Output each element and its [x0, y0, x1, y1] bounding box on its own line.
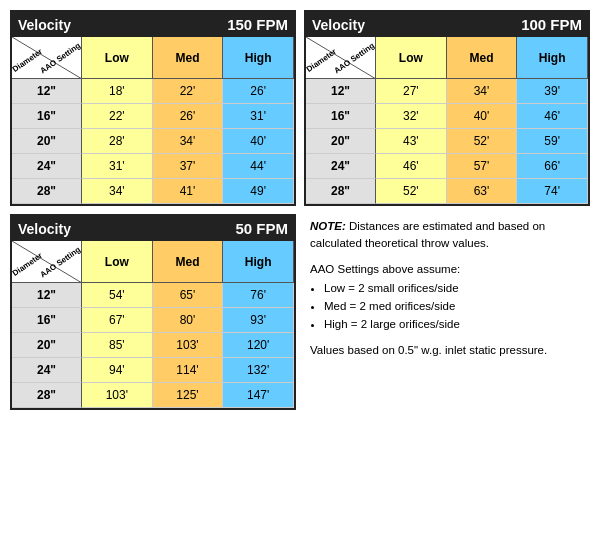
- row1-high-100: 46': [517, 104, 588, 129]
- velocity-label-100: Velocity: [312, 17, 365, 33]
- row1-low-100: 32': [376, 104, 447, 129]
- row4-med-100: 63': [447, 179, 518, 204]
- row4-high-100: 74': [517, 179, 588, 204]
- row2-low-150: 28': [82, 129, 153, 154]
- table-150fpm-grid: Diameter AAO Setting Low Med High 12" 18…: [12, 37, 294, 204]
- col-high-150: High: [223, 37, 294, 79]
- velocity-label-150: Velocity: [18, 17, 71, 33]
- row4-diam-50: 28": [12, 383, 82, 408]
- row3-diam-50: 24": [12, 358, 82, 383]
- row4-med-150: 41': [153, 179, 224, 204]
- row2-high-50: 120': [223, 333, 294, 358]
- row0-med-150: 22': [153, 79, 224, 104]
- row2-diam-150: 20": [12, 129, 82, 154]
- row4-diam-100: 28": [306, 179, 376, 204]
- row2-low-50: 85': [82, 333, 153, 358]
- fpm-label-100: 100 FPM: [521, 16, 582, 33]
- bullet-high: High = 2 large orifices/side: [324, 316, 584, 333]
- row0-med-100: 34': [447, 79, 518, 104]
- row3-med-100: 57': [447, 154, 518, 179]
- row4-med-50: 125': [153, 383, 224, 408]
- row1-diam-100: 16": [306, 104, 376, 129]
- row2-diam-100: 20": [306, 129, 376, 154]
- row1-med-50: 80': [153, 308, 224, 333]
- row3-diam-100: 24": [306, 154, 376, 179]
- row3-low-100: 46': [376, 154, 447, 179]
- row0-high-50: 76': [223, 283, 294, 308]
- row4-low-100: 52': [376, 179, 447, 204]
- row1-med-150: 26': [153, 104, 224, 129]
- row3-high-50: 132': [223, 358, 294, 383]
- row0-med-50: 65': [153, 283, 224, 308]
- note-title: NOTE:: [310, 220, 346, 232]
- row0-diam-150: 12": [12, 79, 82, 104]
- row4-diam-150: 28": [12, 179, 82, 204]
- row2-high-150: 40': [223, 129, 294, 154]
- col-high-50: High: [223, 241, 294, 283]
- notes-block: NOTE: Distances are estimated and based …: [304, 214, 590, 410]
- col-med-100: Med: [447, 37, 518, 79]
- row2-med-100: 52': [447, 129, 518, 154]
- row4-high-50: 147': [223, 383, 294, 408]
- fpm-label-50: 50 FPM: [235, 220, 288, 237]
- note-text: Distances are estimated and based on cal…: [310, 220, 545, 249]
- row1-high-150: 31': [223, 104, 294, 129]
- row3-high-100: 66': [517, 154, 588, 179]
- table-50fpm-grid: Diameter AAO Setting Low Med High 12" 54…: [12, 241, 294, 408]
- table-100fpm-header: Velocity 100 FPM: [306, 12, 588, 37]
- col-med-150: Med: [153, 37, 224, 79]
- table-150fpm: Velocity 150 FPM Diameter AAO Setting Lo…: [10, 10, 296, 206]
- col-low-100: Low: [376, 37, 447, 79]
- row1-diam-50: 16": [12, 308, 82, 333]
- row0-high-100: 39': [517, 79, 588, 104]
- row3-low-150: 31': [82, 154, 153, 179]
- velocity-label-50: Velocity: [18, 221, 71, 237]
- row0-low-50: 54': [82, 283, 153, 308]
- corner-cell-50: Diameter AAO Setting: [12, 241, 82, 283]
- row0-diam-100: 12": [306, 79, 376, 104]
- row2-med-50: 103': [153, 333, 224, 358]
- row4-low-50: 103': [82, 383, 153, 408]
- col-high-100: High: [517, 37, 588, 79]
- row4-low-150: 34': [82, 179, 153, 204]
- row0-high-150: 26': [223, 79, 294, 104]
- aao-bullets: Low = 2 small orifices/side Med = 2 med …: [324, 280, 584, 334]
- row3-high-150: 44': [223, 154, 294, 179]
- bullet-med: Med = 2 med orifices/side: [324, 298, 584, 315]
- row0-low-100: 27': [376, 79, 447, 104]
- row3-diam-150: 24": [12, 154, 82, 179]
- row2-high-100: 59': [517, 129, 588, 154]
- pressure-note: Values based on 0.5" w.g. inlet static p…: [310, 342, 584, 359]
- bullet-low: Low = 2 small orifices/side: [324, 280, 584, 297]
- col-low-150: Low: [82, 37, 153, 79]
- row0-diam-50: 12": [12, 283, 82, 308]
- row1-diam-150: 16": [12, 104, 82, 129]
- row3-med-50: 114': [153, 358, 224, 383]
- row3-med-150: 37': [153, 154, 224, 179]
- row2-med-150: 34': [153, 129, 224, 154]
- col-low-50: Low: [82, 241, 153, 283]
- row1-high-50: 93': [223, 308, 294, 333]
- note-line1: NOTE: Distances are estimated and based …: [310, 218, 584, 253]
- row2-diam-50: 20": [12, 333, 82, 358]
- fpm-label-150: 150 FPM: [227, 16, 288, 33]
- row3-low-50: 94': [82, 358, 153, 383]
- col-med-50: Med: [153, 241, 224, 283]
- aao-settings-title: AAO Settings above assume:: [310, 261, 584, 278]
- row1-low-50: 67': [82, 308, 153, 333]
- table-50fpm-header: Velocity 50 FPM: [12, 216, 294, 241]
- row4-high-150: 49': [223, 179, 294, 204]
- corner-cell-150: Diameter AAO Setting: [12, 37, 82, 79]
- row1-low-150: 22': [82, 104, 153, 129]
- corner-cell-100: Diameter AAO Setting: [306, 37, 376, 79]
- table-100fpm-grid: Diameter AAO Setting Low Med High 12" 27…: [306, 37, 588, 204]
- table-100fpm: Velocity 100 FPM Diameter AAO Setting Lo…: [304, 10, 590, 206]
- row2-low-100: 43': [376, 129, 447, 154]
- row0-low-150: 18': [82, 79, 153, 104]
- table-150fpm-header: Velocity 150 FPM: [12, 12, 294, 37]
- row1-med-100: 40': [447, 104, 518, 129]
- table-50fpm: Velocity 50 FPM Diameter AAO Setting Low…: [10, 214, 296, 410]
